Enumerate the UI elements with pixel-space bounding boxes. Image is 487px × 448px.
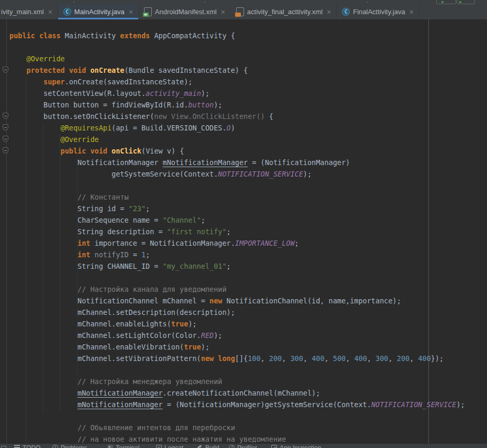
code-line[interactable]: // Настройка канала для уведомлений	[9, 283, 465, 295]
tab-androidmanifest-xml[interactable]: MFAndroidManifest.xml×	[139, 4, 231, 19]
code-token: 200	[269, 354, 282, 363]
code-token: true	[171, 320, 189, 328]
code-line[interactable]: NotificationManager mNotificationManager…	[9, 157, 465, 168]
tool-window-button-logcat[interactable]: Logcat	[156, 444, 183, 448]
problems-icon	[52, 445, 58, 448]
tool-window-bar: TODOProblemsTerminalLogcatBuildProfilerA…	[0, 443, 487, 448]
editor-tab-bar: ivity_main.xml×CMainActivity.java×MFAndr…	[0, 4, 487, 20]
code-token	[9, 285, 78, 293]
tool-window-button-todo[interactable]: TODO	[14, 444, 40, 448]
code-line[interactable]: mChannel.enableLights(true);	[9, 318, 465, 330]
code-line[interactable]: String CHANNEL_ID = "my_channel_01";	[9, 260, 465, 272]
run-controls-group[interactable]	[436, 0, 456, 4]
code-token: new View.OnClickListener()	[154, 112, 269, 121]
code-token: protected void	[27, 66, 91, 74]
code-line[interactable]: mChannel.enableVibration(true);	[9, 341, 465, 353]
fold-marker-icon[interactable]	[3, 147, 8, 154]
tool-window-label: Profiler	[237, 444, 257, 448]
tab-finalacttivity-java[interactable]: CFinalActtivity.java×	[337, 4, 419, 19]
code-line[interactable]: mChannel.setLightColor(Color.RED);	[9, 330, 465, 341]
code-token: mNotificationManager	[78, 389, 163, 397]
code-token: int	[78, 250, 95, 259]
code-token	[9, 423, 78, 432]
code-line[interactable]	[9, 180, 465, 191]
close-icon[interactable]: ×	[327, 8, 331, 16]
code-token: int	[78, 239, 95, 247]
close-icon[interactable]: ×	[48, 8, 52, 16]
code-line[interactable]: // Обьявление интентов для переброски	[9, 422, 465, 433]
close-icon[interactable]: ×	[129, 8, 133, 16]
code-editor[interactable]: public class MainActivity extends AppCom…	[0, 19, 487, 448]
code-line[interactable]: public class MainActivity extends AppCom…	[9, 30, 465, 41]
code-token: @RequiresApi	[61, 124, 112, 132]
fold-marker-icon[interactable]	[3, 136, 8, 142]
tab-mainactivity-java[interactable]: CMainActivity.java×	[58, 4, 139, 19]
code-token: ;	[227, 227, 231, 236]
code-line[interactable]: public void onClick(View v) {	[9, 145, 465, 157]
code-line[interactable]: int notifyID = 1;	[9, 249, 465, 260]
code-line[interactable]: int importance = NotificationManager.IMP…	[9, 237, 465, 249]
code-line[interactable]	[9, 41, 465, 53]
tool-window-button-problems[interactable]: Problems	[52, 444, 87, 448]
code-token: super	[43, 78, 65, 86]
tab-label: AndroidManifest.xml	[155, 8, 217, 16]
code-line[interactable]: protected void onCreate(Bundle savedInst…	[9, 64, 465, 76]
tab-ivity-main-xml[interactable]: ivity_main.xml×	[0, 4, 58, 19]
close-icon[interactable]: ×	[221, 8, 225, 16]
file-badge	[235, 13, 241, 17]
close-icon[interactable]: ×	[409, 8, 414, 16]
code-token: IMPORTANCE_LOW	[235, 239, 295, 247]
code-token: (api = Build.VERSION_CODES.	[112, 124, 226, 132]
tab-label: activity_final_acttivity.xml	[247, 8, 323, 16]
tool-window-button-terminal[interactable]: Terminal	[107, 444, 139, 448]
code-line[interactable]	[9, 272, 465, 283]
code-token: (Bundle savedInstanceState) {	[124, 66, 248, 74]
code-line[interactable]: mChannel.setDescription(description);	[9, 307, 465, 318]
fold-marker-icon[interactable]	[3, 124, 8, 130]
code-line[interactable]: @Override	[9, 134, 465, 145]
code-token: AppCompatActivity {	[154, 31, 235, 40]
code-line[interactable]: String description = "first notify";	[9, 226, 465, 237]
code-line[interactable]: mChannel.setVibrationPattern(new long[]{…	[9, 353, 465, 364]
fold-marker-icon[interactable]	[3, 67, 8, 73]
code-line[interactable]: getSystemService(Context.NOTIFICATION_SE…	[9, 168, 465, 180]
code-token: );	[303, 170, 312, 178]
code-line[interactable]: NotificationChannel mChannel = new Notif…	[9, 295, 465, 307]
code-token: mChannel.enableLights(	[9, 320, 171, 328]
code-line[interactable]: super.onCreate(savedInstanceState);	[9, 76, 465, 88]
code-token: // Константы	[78, 193, 129, 201]
code-token: String id =	[9, 204, 129, 213]
code-line[interactable]: CharSequence name = "Channel";	[9, 214, 465, 226]
code-line[interactable]	[9, 410, 465, 422]
code-token	[9, 193, 78, 201]
code-line[interactable]: button.setOnClickListener(new View.OnCli…	[9, 111, 465, 122]
code-line[interactable]: // Настройка менеджера уведомлений	[9, 376, 465, 387]
code-line[interactable]: // Константы	[9, 191, 465, 203]
code-line[interactable]	[9, 364, 465, 376]
fold-marker-icon[interactable]	[3, 113, 8, 119]
tool-stripe-icon[interactable]	[1, 446, 6, 448]
code-token: // на новое активити после нажатия на ув…	[78, 435, 286, 443]
tool-window-button-build[interactable]: Build	[197, 444, 219, 448]
code-token: MainActivity	[65, 31, 120, 40]
code-token: setContentView(R.layout.	[9, 89, 146, 97]
code-line[interactable]: Button button = findViewById(R.id.button…	[9, 99, 465, 111]
code-line[interactable]: @RequiresApi(api = Build.VERSION_CODES.O…	[9, 122, 465, 134]
tool-window-button-profiler[interactable]: Profiler	[229, 444, 257, 448]
code-token: @Override	[27, 54, 65, 63]
code-line[interactable]: mNotificationManager.createNotificationC…	[9, 387, 465, 399]
code-token: NotificationManager	[9, 158, 163, 167]
file-badge: MF	[143, 13, 149, 17]
code-token	[9, 78, 43, 86]
tab-activity-final-acttivity-xml[interactable]: activity_final_acttivity.xml×	[231, 4, 337, 19]
logcat-icon	[156, 445, 162, 448]
code-token: 300	[290, 354, 303, 363]
code-line[interactable]: setContentView(R.layout.activity_main);	[9, 88, 465, 99]
code-line[interactable]: @Override	[9, 53, 465, 64]
code-token: importance = NotificationManager.	[95, 239, 235, 247]
code-token: NotificationChannel(id, name,importance)…	[227, 297, 401, 305]
code-line[interactable]: mNotificationManager = (NotificationMana…	[9, 399, 465, 410]
code-token: 400	[312, 354, 324, 363]
code-line[interactable]: String id = "23";	[9, 203, 465, 214]
tool-window-button-app-inspection[interactable]: App Inspection	[271, 444, 321, 448]
